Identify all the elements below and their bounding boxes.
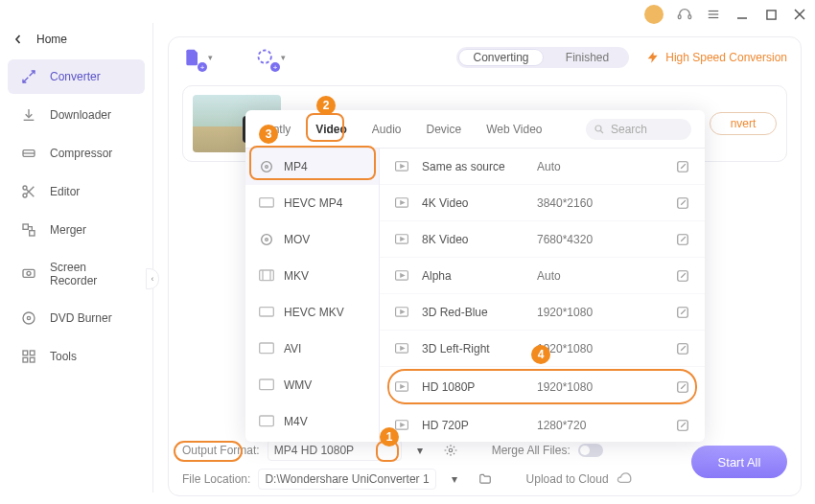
add-url-button[interactable]: + ▾ bbox=[255, 47, 276, 68]
plus-icon: + bbox=[198, 62, 207, 72]
format-popover: ently Video Audio Device Web Video Searc… bbox=[245, 110, 705, 442]
user-avatar[interactable] bbox=[644, 5, 664, 24]
svg-point-38 bbox=[266, 239, 268, 241]
chevron-left-icon bbox=[13, 34, 23, 44]
play-icon bbox=[395, 307, 412, 318]
resolution-row[interactable]: HD 720P1280*720 bbox=[380, 407, 705, 442]
disc-icon bbox=[259, 159, 274, 174]
grid-icon bbox=[21, 349, 36, 364]
output-format-dropdown[interactable]: ▾ bbox=[409, 444, 431, 457]
minimize-button[interactable] bbox=[734, 7, 750, 22]
merger-icon bbox=[21, 222, 36, 238]
svg-point-37 bbox=[262, 235, 272, 245]
svg-point-14 bbox=[23, 194, 27, 197]
edit-icon[interactable] bbox=[676, 306, 689, 319]
tab-webvideo[interactable]: Web Video bbox=[484, 119, 544, 140]
output-format-label: Output Format: bbox=[182, 444, 260, 457]
edit-icon[interactable] bbox=[676, 233, 689, 246]
svg-line-33 bbox=[601, 131, 604, 134]
menu-icon[interactable] bbox=[706, 7, 721, 22]
format-hevcmp4[interactable]: HEVC MP4 bbox=[245, 185, 379, 221]
edit-icon[interactable] bbox=[676, 380, 689, 394]
resolution-value: 3840*2160 bbox=[537, 196, 593, 210]
svg-rect-6 bbox=[766, 10, 775, 18]
maximize-button[interactable] bbox=[763, 7, 779, 22]
resolution-value: 1920*1080 bbox=[537, 306, 593, 319]
format-mov[interactable]: MOV bbox=[245, 221, 379, 258]
format-mp4[interactable]: MP4 bbox=[245, 149, 379, 185]
sidebar-item-converter[interactable]: Converter bbox=[8, 59, 145, 94]
format-wmv[interactable]: WMV bbox=[245, 367, 379, 403]
back-label: Home bbox=[36, 33, 67, 46]
format-mkv[interactable]: MKV bbox=[245, 258, 379, 294]
settings-icon[interactable] bbox=[444, 444, 457, 457]
tab-video[interactable]: Video bbox=[314, 119, 348, 140]
format-label: WMV bbox=[284, 378, 312, 392]
svg-point-32 bbox=[595, 126, 601, 131]
merge-toggle[interactable] bbox=[578, 444, 603, 457]
edit-icon[interactable] bbox=[676, 196, 689, 210]
scissors-icon bbox=[21, 184, 36, 199]
format-label: MP4 bbox=[284, 160, 308, 173]
svg-rect-0 bbox=[678, 15, 681, 19]
format-m4v[interactable]: M4V bbox=[245, 403, 379, 440]
resolution-row-hd1080p[interactable]: HD 1080P1920*1080 bbox=[387, 369, 697, 405]
sidebar-item-tools[interactable]: Tools bbox=[8, 339, 145, 374]
resolution-row[interactable]: 8K Video7680*4320 bbox=[380, 221, 705, 258]
svg-marker-62 bbox=[401, 346, 405, 350]
svg-rect-1 bbox=[688, 15, 691, 19]
add-file-button[interactable]: + ▾ bbox=[182, 47, 203, 68]
sidebar-item-screenrecorder[interactable]: Screen Recorder bbox=[8, 251, 145, 297]
format-hevcmkv[interactable]: HEVC MKV bbox=[245, 294, 379, 331]
close-button[interactable] bbox=[792, 7, 807, 22]
film-icon bbox=[259, 378, 274, 393]
svg-point-70 bbox=[449, 448, 453, 452]
sidebar-item-label: Editor bbox=[50, 185, 80, 198]
edit-icon[interactable] bbox=[676, 342, 689, 355]
format-avi[interactable]: AVI bbox=[245, 331, 379, 367]
svg-marker-65 bbox=[401, 384, 405, 388]
merge-label: Merge All Files: bbox=[492, 444, 570, 457]
sidebar-item-label: Screen Recorder bbox=[50, 261, 131, 287]
tab-audio[interactable]: Audio bbox=[370, 119, 404, 140]
cloud-icon[interactable] bbox=[617, 472, 632, 486]
resolution-row[interactable]: Same as sourceAuto bbox=[380, 149, 705, 185]
chevron-down-icon: ▾ bbox=[208, 53, 213, 62]
search-placeholder: Search bbox=[611, 123, 647, 136]
svg-rect-19 bbox=[23, 269, 35, 277]
svg-point-20 bbox=[27, 271, 31, 275]
edit-icon[interactable] bbox=[676, 419, 689, 432]
svg-rect-26 bbox=[30, 357, 35, 362]
folder-icon[interactable] bbox=[478, 472, 492, 486]
segment-converting[interactable]: Converting bbox=[458, 49, 544, 66]
support-icon[interactable] bbox=[677, 7, 692, 22]
sidebar-item-downloader[interactable]: Downloader bbox=[8, 98, 145, 132]
resolution-row[interactable]: 4K Video3840*2160 bbox=[380, 185, 705, 221]
back-home[interactable]: Home bbox=[0, 23, 152, 56]
search-input[interactable]: Search bbox=[586, 119, 691, 140]
sidebar-collapse-handle[interactable]: ‹ bbox=[146, 268, 159, 289]
file-location-field[interactable]: D:\Wondershare UniConverter 1 bbox=[258, 469, 435, 490]
start-all-button[interactable]: Start All bbox=[691, 446, 787, 478]
file-location-dropdown[interactable]: ▾ bbox=[444, 472, 465, 486]
segment-finished[interactable]: Finished bbox=[546, 47, 629, 68]
status-segment: Converting Finished bbox=[456, 47, 629, 68]
svg-rect-42 bbox=[260, 308, 274, 316]
sidebar-item-dvdburner[interactable]: DVD Burner bbox=[8, 301, 145, 335]
format-label: HEVC MKV bbox=[284, 306, 344, 319]
resolution-row[interactable]: 3D Red-Blue1920*1080 bbox=[380, 294, 705, 331]
edit-icon[interactable] bbox=[676, 160, 689, 173]
edit-icon[interactable] bbox=[676, 269, 689, 283]
svg-rect-25 bbox=[23, 357, 28, 362]
sidebar-item-merger[interactable]: Merger bbox=[8, 213, 145, 247]
compressor-icon bbox=[21, 146, 36, 161]
sidebar-item-compressor[interactable]: Compressor bbox=[8, 136, 145, 171]
tab-device[interactable]: Device bbox=[425, 119, 464, 140]
convert-button[interactable]: nvert bbox=[710, 112, 777, 135]
resolution-row[interactable]: AlphaAuto bbox=[380, 258, 705, 294]
svg-point-22 bbox=[27, 316, 30, 319]
svg-rect-39 bbox=[260, 270, 274, 281]
high-speed-conversion[interactable]: High Speed Conversion bbox=[646, 51, 787, 64]
sidebar-item-editor[interactable]: Editor bbox=[8, 174, 145, 209]
sidebar-item-label: Downloader bbox=[50, 108, 111, 122]
